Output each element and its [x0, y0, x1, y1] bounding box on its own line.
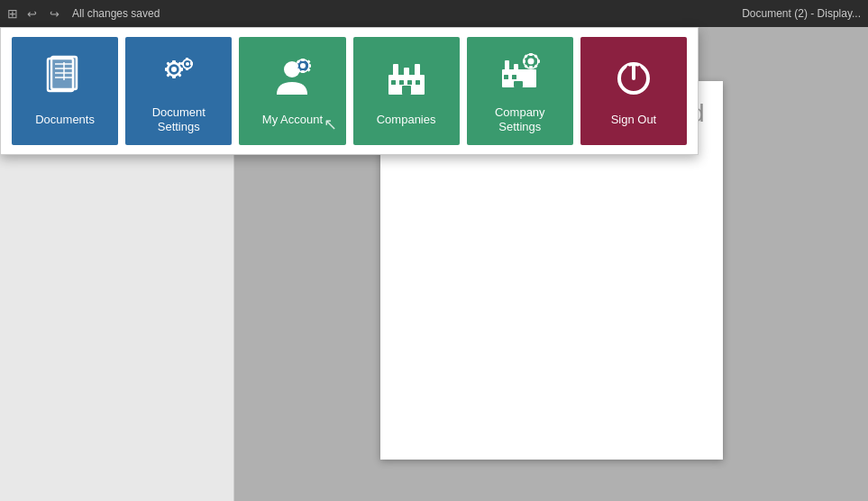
svg-rect-23	[190, 62, 193, 65]
sign-out-label: Sign Out	[611, 113, 657, 127]
svg-rect-28	[302, 70, 306, 73]
svg-rect-36	[393, 64, 398, 77]
svg-rect-42	[416, 80, 420, 85]
svg-rect-10	[172, 60, 176, 64]
document-settings-label: DocumentSettings	[152, 105, 206, 133]
svg-rect-49	[529, 53, 533, 56]
svg-point-26	[300, 63, 306, 68]
status-text: All changes saved	[72, 7, 160, 20]
companies-label: Companies	[377, 113, 436, 127]
sign-out-icon	[611, 55, 656, 105]
svg-rect-39	[391, 80, 396, 85]
svg-rect-40	[399, 80, 404, 85]
svg-rect-59	[514, 81, 523, 87]
svg-rect-46	[514, 64, 518, 71]
svg-rect-37	[404, 68, 409, 77]
menu-tile-sign-out[interactable]: Sign Out	[580, 37, 687, 145]
documents-icon	[42, 55, 87, 105]
svg-rect-41	[407, 80, 412, 85]
svg-rect-13	[179, 68, 183, 71]
svg-rect-51	[523, 60, 525, 64]
menu-tile-document-settings[interactable]: DocumentSettings	[125, 37, 232, 145]
svg-rect-22	[181, 62, 184, 65]
svg-rect-30	[308, 64, 311, 68]
main-area: Click to add Documents	[0, 27, 868, 501]
companies-icon	[384, 55, 429, 105]
cursor-indicator: ↖	[324, 114, 337, 134]
menu-tile-my-account[interactable]: My Account ↖	[239, 37, 345, 145]
documents-label: Documents	[35, 113, 95, 127]
doc-info: Document (2) - Display...	[742, 7, 861, 20]
svg-point-9	[171, 67, 177, 72]
my-account-icon	[270, 55, 315, 105]
svg-rect-12	[165, 68, 169, 71]
svg-rect-58	[512, 75, 516, 79]
svg-point-48	[527, 59, 534, 65]
svg-rect-52	[537, 60, 540, 64]
menu-tile-documents[interactable]: Documents	[12, 37, 118, 145]
svg-rect-27	[302, 59, 306, 61]
svg-rect-20	[186, 58, 188, 60]
my-account-label: My Account	[262, 113, 323, 127]
svg-rect-43	[402, 86, 411, 95]
svg-rect-45	[505, 60, 509, 71]
menu-tile-companies[interactable]: Companies	[353, 37, 460, 145]
app-menu-dropdown: Documents	[0, 27, 699, 155]
svg-point-19	[186, 62, 189, 66]
company-settings-label: CompanySettings	[495, 105, 545, 133]
document-settings-icon	[156, 48, 201, 98]
company-settings-icon	[498, 48, 543, 98]
undo-button[interactable]: ↩	[23, 5, 41, 23]
svg-rect-38	[415, 64, 420, 77]
svg-rect-29	[296, 64, 298, 68]
menu-tile-company-settings[interactable]: CompanySettings	[467, 37, 573, 145]
toolbar: ⊞ ↩ ↪ All changes saved Document (2) - D…	[0, 0, 868, 27]
grid-icon[interactable]: ⊞	[7, 6, 18, 21]
svg-rect-11	[172, 75, 176, 78]
svg-rect-57	[504, 75, 508, 79]
svg-rect-50	[529, 66, 533, 68]
svg-rect-21	[186, 68, 188, 70]
redo-button[interactable]: ↪	[46, 5, 63, 23]
